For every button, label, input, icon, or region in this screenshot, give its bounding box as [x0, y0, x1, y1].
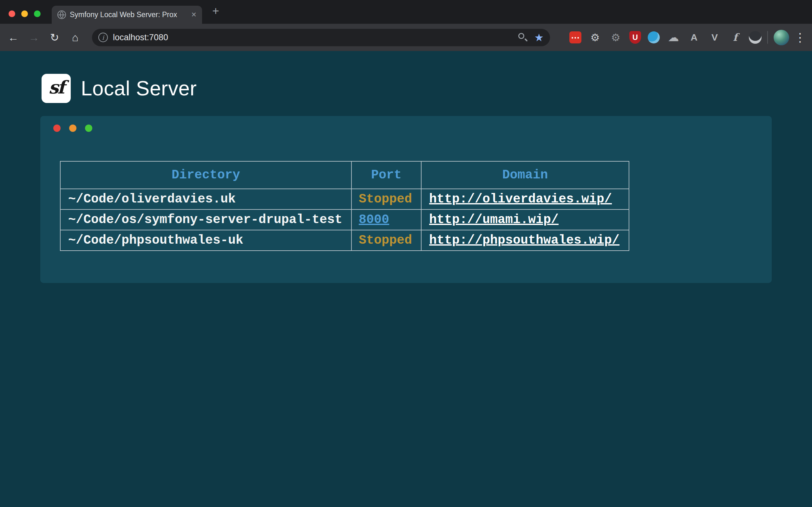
bookmark-star-icon[interactable]: ★ — [534, 32, 544, 43]
toolbar-separator — [767, 31, 768, 44]
tab-title: Symfony Local Web Server: Prox — [70, 10, 188, 19]
directory-cell: ~/Code/phpsouthwales-uk — [60, 230, 351, 250]
terminal-dot-red — [53, 124, 61, 132]
table-header-row: Directory Port Domain — [60, 161, 629, 189]
browser-tab[interactable]: Symfony Local Web Server: Prox × — [52, 6, 202, 24]
terminal-dot-green — [85, 124, 92, 132]
terminal-dots — [53, 124, 92, 132]
servers-table: Directory Port Domain ~/Code/oliverdavie… — [60, 161, 629, 251]
extension-blue-circle-icon[interactable] — [648, 32, 660, 43]
server-panel: Directory Port Domain ~/Code/oliverdavie… — [40, 116, 772, 283]
tab-close-icon[interactable]: × — [191, 10, 196, 19]
extensions-bar: ⋯ ⚙ ⚙ U ☁ A V f — [569, 31, 762, 44]
port-cell: 8000 — [351, 210, 421, 230]
domain-link[interactable]: http://umami.wip/ — [429, 213, 559, 227]
brand-header: sf Local Server — [42, 74, 197, 103]
domain-cell: http://umami.wip/ — [421, 210, 629, 230]
domain-link[interactable]: http://oliverdavies.wip/ — [429, 192, 612, 206]
extension-github-icon[interactable] — [749, 31, 762, 44]
window-minimize-button[interactable] — [21, 10, 28, 17]
profile-avatar[interactable] — [774, 30, 789, 45]
back-button[interactable]: ← — [5, 32, 21, 44]
directory-cell: ~/Code/oliverdavies.uk — [60, 189, 351, 210]
window-controls — [9, 10, 41, 17]
zoom-handle — [525, 38, 528, 42]
table-row: ~/Code/oliverdavies.uk Stopped http://ol… — [60, 189, 629, 210]
table-row: ~/Code/os/symfony-server-drupal-test 800… — [60, 210, 629, 230]
info-glyph: i — [102, 34, 104, 41]
zoom-lens — [518, 33, 524, 39]
col-header-directory: Directory — [60, 161, 351, 189]
site-info-icon[interactable]: i — [98, 33, 108, 42]
domain-link[interactable]: http://phpsouthwales.wip/ — [429, 233, 619, 247]
extension-a-icon[interactable]: A — [687, 31, 701, 44]
col-header-port: Port — [351, 161, 421, 189]
symfony-logo: sf — [42, 74, 71, 103]
new-tab-button[interactable]: + — [209, 5, 222, 17]
port-status-stopped: Stopped — [359, 192, 412, 206]
symfony-logo-glyph: sf — [49, 77, 64, 98]
port-cell: Stopped — [351, 230, 421, 250]
extension-v-icon[interactable]: V — [708, 31, 722, 44]
extension-red-dots-icon[interactable]: ⋯ — [569, 32, 581, 43]
table-row: ~/Code/phpsouthwales-uk Stopped http://p… — [60, 230, 629, 250]
forward-button[interactable]: → — [26, 32, 42, 44]
browser-window: Symfony Local Web Server: Prox × + ← → ↻… — [0, 0, 812, 507]
port-link[interactable]: 8000 — [359, 213, 389, 227]
extension-gear-icon[interactable]: ⚙ — [588, 31, 602, 44]
globe-meridian — [60, 11, 63, 18]
extension-dark-gear-icon[interactable]: ⚙ — [609, 31, 623, 44]
window-close-button[interactable] — [9, 10, 15, 17]
tab-favicon-globe-icon — [57, 10, 66, 19]
reload-button[interactable]: ↻ — [46, 31, 63, 44]
window-zoom-button[interactable] — [34, 10, 41, 17]
port-status-stopped: Stopped — [359, 233, 412, 247]
page-content: sf Local Server Directory Port Domain — [0, 51, 812, 507]
extension-f-icon[interactable]: f — [728, 31, 742, 44]
directory-cell: ~/Code/os/symfony-server-drupal-test — [60, 210, 351, 230]
domain-cell: http://oliverdavies.wip/ — [421, 189, 629, 210]
home-button[interactable]: ⌂ — [67, 32, 84, 44]
zoom-icon[interactable] — [517, 32, 528, 43]
tab-strip: Symfony Local Web Server: Prox × + — [0, 0, 812, 24]
port-cell: Stopped — [351, 189, 421, 210]
extension-ublock-icon[interactable]: U — [629, 31, 641, 44]
address-bar[interactable]: i localhost:7080 ★ — [92, 29, 550, 46]
terminal-dot-orange — [69, 124, 77, 132]
page-title: Local Server — [81, 77, 197, 100]
extension-cloud-icon[interactable]: ☁ — [666, 31, 680, 44]
browser-toolbar: ← → ↻ ⌂ i localhost:7080 ★ ⋯ ⚙ ⚙ U ☁ A V… — [0, 24, 812, 51]
browser-menu-icon[interactable]: ⋮ — [794, 31, 804, 44]
domain-cell: http://phpsouthwales.wip/ — [421, 230, 629, 250]
col-header-domain: Domain — [421, 161, 629, 189]
url-text[interactable]: localhost:7080 — [113, 33, 517, 43]
